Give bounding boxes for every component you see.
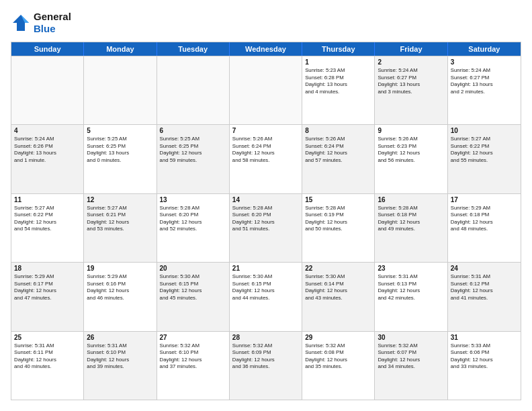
day-info: Sunrise: 5:26 AM Sunset: 6:23 PM Dayligh… [378,136,444,164]
day-number: 25 [14,334,81,341]
day-number: 9 [378,127,444,134]
day-number: 4 [14,127,81,134]
day-info: Sunrise: 5:30 AM Sunset: 6:14 PM Dayligh… [305,273,371,302]
day-info: Sunrise: 5:32 AM Sunset: 6:09 PM Dayligh… [232,342,299,371]
day-number: 28 [232,334,299,341]
empty-cell [11,56,84,124]
day-cell-10: 10Sunrise: 5:27 AM Sunset: 6:22 PM Dayli… [448,125,521,193]
empty-cell [84,56,157,124]
day-cell-31: 31Sunrise: 5:33 AM Sunset: 6:06 PM Dayli… [448,332,521,400]
day-info: Sunrise: 5:30 AM Sunset: 6:15 PM Dayligh… [232,273,299,302]
calendar-body: 1Sunrise: 5:23 AM Sunset: 6:28 PM Daylig… [11,56,521,400]
day-cell-28: 28Sunrise: 5:32 AM Sunset: 6:09 PM Dayli… [230,332,302,400]
weekday-header-wednesday: Wednesday [230,42,302,56]
day-number: 26 [87,334,153,341]
day-info: Sunrise: 5:25 AM Sunset: 6:25 PM Dayligh… [160,136,226,164]
day-cell-3: 3Sunrise: 5:24 AM Sunset: 6:27 PM Daylig… [448,56,521,124]
day-info: Sunrise: 5:23 AM Sunset: 6:28 PM Dayligh… [305,67,371,95]
day-number: 23 [378,265,444,272]
header: General Blue [11,11,521,35]
day-info: Sunrise: 5:24 AM Sunset: 6:27 PM Dayligh… [378,67,444,95]
day-cell-17: 17Sunrise: 5:29 AM Sunset: 6:18 PM Dayli… [448,194,521,262]
day-cell-1: 1Sunrise: 5:23 AM Sunset: 6:28 PM Daylig… [302,56,375,124]
day-cell-25: 25Sunrise: 5:31 AM Sunset: 6:11 PM Dayli… [11,332,84,400]
day-number: 31 [451,334,518,341]
day-number: 22 [305,265,371,272]
day-number: 29 [305,334,371,341]
day-cell-27: 27Sunrise: 5:32 AM Sunset: 6:10 PM Dayli… [157,332,230,400]
weekday-header-monday: Monday [84,42,157,56]
calendar-row-4: 25Sunrise: 5:31 AM Sunset: 6:11 PM Dayli… [11,331,521,400]
day-number: 17 [451,196,518,203]
day-cell-22: 22Sunrise: 5:30 AM Sunset: 6:14 PM Dayli… [302,263,375,330]
day-cell-14: 14Sunrise: 5:28 AM Sunset: 6:20 PM Dayli… [230,194,302,262]
day-info: Sunrise: 5:29 AM Sunset: 6:18 PM Dayligh… [451,205,518,233]
day-number: 15 [305,196,371,203]
day-info: Sunrise: 5:26 AM Sunset: 6:24 PM Dayligh… [305,136,371,164]
day-cell-15: 15Sunrise: 5:28 AM Sunset: 6:19 PM Dayli… [302,194,375,262]
calendar: SundayMondayTuesdayWednesdayThursdayFrid… [11,42,521,400]
day-number: 5 [87,127,153,134]
day-number: 7 [232,127,299,134]
day-cell-9: 9Sunrise: 5:26 AM Sunset: 6:23 PM Daylig… [375,125,447,193]
day-number: 19 [87,265,153,272]
day-info: Sunrise: 5:32 AM Sunset: 6:07 PM Dayligh… [378,342,444,371]
weekday-header-sunday: Sunday [11,42,84,56]
day-cell-11: 11Sunrise: 5:27 AM Sunset: 6:22 PM Dayli… [11,194,84,262]
day-number: 20 [160,265,226,272]
logo-text: General Blue [34,11,71,35]
day-info: Sunrise: 5:28 AM Sunset: 6:19 PM Dayligh… [305,205,371,233]
calendar-row-3: 18Sunrise: 5:29 AM Sunset: 6:17 PM Dayli… [11,262,521,330]
day-info: Sunrise: 5:31 AM Sunset: 6:12 PM Dayligh… [451,273,518,302]
empty-cell [230,56,302,124]
day-info: Sunrise: 5:24 AM Sunset: 6:26 PM Dayligh… [14,136,81,164]
day-info: Sunrise: 5:26 AM Sunset: 6:24 PM Dayligh… [232,136,299,164]
day-cell-16: 16Sunrise: 5:28 AM Sunset: 6:18 PM Dayli… [375,194,447,262]
day-number: 30 [378,334,444,341]
day-number: 21 [232,265,299,272]
day-info: Sunrise: 5:31 AM Sunset: 6:10 PM Dayligh… [87,342,153,371]
day-cell-29: 29Sunrise: 5:32 AM Sunset: 6:08 PM Dayli… [302,332,375,400]
day-info: Sunrise: 5:29 AM Sunset: 6:17 PM Dayligh… [14,273,81,302]
day-info: Sunrise: 5:32 AM Sunset: 6:08 PM Dayligh… [305,342,371,371]
day-cell-12: 12Sunrise: 5:27 AM Sunset: 6:21 PM Dayli… [84,194,157,262]
day-info: Sunrise: 5:25 AM Sunset: 6:25 PM Dayligh… [87,136,153,164]
day-cell-5: 5Sunrise: 5:25 AM Sunset: 6:25 PM Daylig… [84,125,157,193]
weekday-header-saturday: Saturday [448,42,521,56]
logo: General Blue [11,11,71,35]
day-cell-4: 4Sunrise: 5:24 AM Sunset: 6:26 PM Daylig… [11,125,84,193]
page: General Blue SundayMondayTuesdayWednesda… [0,0,532,411]
day-number: 24 [451,265,518,272]
day-cell-21: 21Sunrise: 5:30 AM Sunset: 6:15 PM Dayli… [230,263,302,330]
day-cell-24: 24Sunrise: 5:31 AM Sunset: 6:12 PM Dayli… [448,263,521,330]
day-info: Sunrise: 5:27 AM Sunset: 6:21 PM Dayligh… [87,205,153,233]
day-info: Sunrise: 5:31 AM Sunset: 6:11 PM Dayligh… [14,342,81,371]
day-info: Sunrise: 5:29 AM Sunset: 6:16 PM Dayligh… [87,273,153,302]
day-number: 1 [305,58,371,66]
day-number: 18 [14,265,81,272]
day-number: 2 [378,58,444,66]
logo-icon [11,13,31,33]
day-number: 3 [451,58,518,66]
weekday-header-thursday: Thursday [302,42,375,56]
calendar-row-0: 1Sunrise: 5:23 AM Sunset: 6:28 PM Daylig… [11,56,521,124]
day-info: Sunrise: 5:27 AM Sunset: 6:22 PM Dayligh… [451,136,518,164]
day-info: Sunrise: 5:28 AM Sunset: 6:20 PM Dayligh… [160,205,226,233]
day-number: 14 [232,196,299,203]
day-info: Sunrise: 5:32 AM Sunset: 6:10 PM Dayligh… [160,342,226,371]
day-cell-23: 23Sunrise: 5:31 AM Sunset: 6:13 PM Dayli… [375,263,447,330]
day-info: Sunrise: 5:33 AM Sunset: 6:06 PM Dayligh… [451,342,518,371]
calendar-row-2: 11Sunrise: 5:27 AM Sunset: 6:22 PM Dayli… [11,193,521,262]
day-cell-7: 7Sunrise: 5:26 AM Sunset: 6:24 PM Daylig… [230,125,302,193]
weekday-header-friday: Friday [375,42,447,56]
day-cell-8: 8Sunrise: 5:26 AM Sunset: 6:24 PM Daylig… [302,125,375,193]
day-cell-2: 2Sunrise: 5:24 AM Sunset: 6:27 PM Daylig… [375,56,447,124]
day-number: 10 [451,127,518,134]
day-number: 11 [14,196,81,203]
calendar-header: SundayMondayTuesdayWednesdayThursdayFrid… [11,42,521,56]
day-info: Sunrise: 5:24 AM Sunset: 6:27 PM Dayligh… [451,67,518,95]
day-cell-6: 6Sunrise: 5:25 AM Sunset: 6:25 PM Daylig… [157,125,230,193]
empty-cell [157,56,230,124]
day-info: Sunrise: 5:27 AM Sunset: 6:22 PM Dayligh… [14,205,81,233]
day-number: 16 [378,196,444,203]
